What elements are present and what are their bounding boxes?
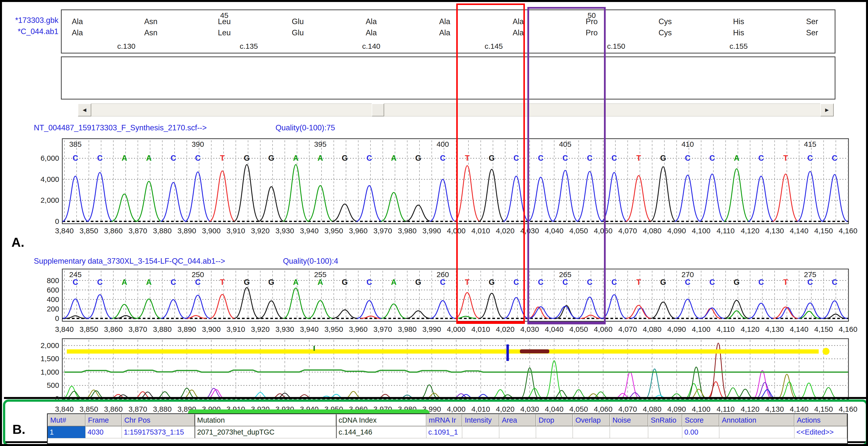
xaxis-tick-label: 4,140 [790, 325, 808, 333]
xaxis-tick-label: 4,100 [692, 405, 710, 413]
xaxis-tick-label: 4,150 [814, 405, 833, 413]
yaxis-tick-label: 4,000 [27, 175, 59, 184]
xaxis-tick-label: 4,080 [643, 405, 661, 413]
base-call-letter: G [415, 278, 421, 287]
scan-position-label: 255 [314, 270, 327, 278]
cdna-position-label: c.145 [485, 42, 503, 51]
table-cell[interactable]: 1:159175373_1:15 [122, 426, 195, 438]
table-header-drop[interactable]: Drop [536, 414, 573, 426]
chromatogram-b-quality: Quality(0-100):4 [283, 257, 338, 266]
table-cell[interactable]: 1 [48, 426, 86, 438]
base-call-letter: C [97, 278, 102, 287]
xaxis-tick-label: 3,980 [398, 227, 416, 235]
base-call-letter: A [293, 278, 298, 287]
table-header-actions[interactable]: Actions [795, 414, 847, 426]
xaxis-tick-label: 3,960 [349, 325, 368, 333]
yaxis-tick-label: 200 [27, 305, 59, 313]
xaxis-tick-label: 3,980 [398, 325, 416, 333]
table-header-snratio[interactable]: SnRatio [648, 414, 682, 426]
xaxis-tick-label: 4,020 [496, 405, 515, 413]
horizontal-scrollbar[interactable] [78, 103, 834, 116]
table-cell[interactable] [536, 426, 573, 438]
table-header-frame[interactable]: Frame [86, 414, 122, 426]
table-cell[interactable]: 0.00 [682, 426, 719, 438]
xaxis-tick-label: 3,860 [104, 325, 123, 333]
xaxis-tick-label: 4,100 [692, 325, 710, 333]
xaxis-tick-label: 4,050 [569, 325, 588, 333]
table-cell[interactable]: 4030 [86, 426, 122, 438]
xaxis-tick-label: 3,990 [423, 325, 441, 333]
table-cell[interactable]: c.144_146 [336, 426, 426, 438]
xaxis-tick-label: 3,890 [178, 325, 196, 333]
xaxis-tick-label: 4,090 [668, 325, 686, 333]
base-call-letter: C [758, 154, 764, 162]
reference-file-label[interactable]: *173303.gbk [5, 16, 58, 25]
reference-amino-acid: Pro [586, 17, 597, 26]
xaxis-tick-label: 3,920 [251, 227, 270, 235]
reference-amino-acid: Asn [144, 17, 157, 26]
table-header-area[interactable]: Area [499, 414, 536, 426]
table-cell[interactable] [648, 426, 682, 438]
scan-position-label: 260 [437, 270, 449, 278]
sample-amino-acid: Ala [72, 28, 83, 37]
reference-amino-acid: Ala [439, 17, 450, 26]
mutation-row[interactable]: 140301:159175373_1:152071_2073het_dupTGC… [48, 426, 847, 438]
base-call-letter: T [220, 154, 225, 162]
table-header-annotation[interactable]: Annotation [719, 414, 795, 426]
xaxis-tick-label: 3,840 [55, 227, 73, 235]
table-header-mut-[interactable]: Mut# [48, 414, 86, 426]
xaxis-tick-label: 4,150 [814, 325, 833, 333]
base-call-letter: C [538, 278, 543, 287]
table-cell[interactable]: 2071_2073het_dupTGC [195, 426, 336, 438]
table-header-mrna-ir[interactable]: mRNA Ir [426, 414, 462, 426]
table-header-noise[interactable]: Noise [610, 414, 648, 426]
sample-amino-acid: Ala [366, 28, 377, 37]
sample-file-label[interactable]: *C_044.ab1 [5, 27, 58, 36]
empty-alignment-panel [61, 56, 835, 99]
table-cell[interactable]: <<Edited>> [795, 426, 847, 438]
xaxis-tick-label: 3,930 [276, 227, 294, 235]
scan-position-label: 270 [682, 270, 694, 278]
xaxis-tick-label: 4,070 [618, 405, 637, 413]
xaxis-tick-label: 3,880 [153, 227, 172, 235]
difference-panel-traces [62, 338, 849, 401]
base-call-letter: T [783, 154, 788, 162]
scan-position-label: 400 [437, 140, 449, 148]
xaxis-tick-label: 4,160 [839, 405, 857, 413]
table-cell[interactable] [499, 426, 536, 438]
base-call-letter: C [611, 154, 617, 162]
scrollbar-right-arrow[interactable]: ► [820, 103, 834, 116]
table-cell[interactable]: c.1091_1 [426, 426, 462, 438]
sample-amino-acid: Pro [586, 28, 597, 37]
table-header-chr-pos[interactable]: Chr Pos [122, 414, 195, 426]
base-call-letter: C [685, 278, 690, 287]
table-cell[interactable] [719, 426, 795, 438]
scrollbar-left-arrow[interactable]: ◄ [78, 103, 91, 116]
xaxis-tick-label: 4,110 [717, 405, 735, 413]
scrollbar-thumb[interactable] [372, 103, 384, 116]
xaxis-tick-label: 3,910 [226, 227, 245, 235]
table-header-overlap[interactable]: Overlap [573, 414, 610, 426]
table-header-mutation[interactable]: Mutation [195, 414, 336, 426]
xaxis-tick-label: 4,100 [692, 227, 710, 235]
xaxis-tick-label: 3,840 [55, 405, 73, 413]
base-call-letter: C [685, 154, 690, 162]
scan-position-label: 275 [804, 270, 816, 278]
base-call-letter: C [97, 154, 102, 162]
table-cell[interactable] [573, 426, 610, 438]
xaxis-tick-label: 3,850 [80, 325, 98, 333]
chromatogram-a-xaxis: 3,8403,8503,8603,8703,8803,8903,9003,910… [62, 227, 849, 237]
table-header-intensity[interactable]: Intensity [462, 414, 499, 426]
base-call-letter: C [195, 278, 200, 287]
xaxis-tick-label: 3,970 [373, 227, 392, 235]
section-b-label: B. [12, 422, 25, 437]
table-cell[interactable] [610, 426, 648, 438]
xaxis-tick-label: 4,160 [839, 325, 857, 333]
sample-amino-acid: Ala [513, 28, 524, 37]
table-header-cdna-index[interactable]: cDNA Index [336, 414, 426, 426]
table-header-score[interactable]: Score [682, 414, 719, 426]
table-cell[interactable] [462, 426, 499, 438]
chromatogram-a-traces: 385390395400405410415CCAACCTGGAAGCAGCTGC… [62, 138, 849, 224]
scan-position-label: 390 [192, 140, 204, 148]
xaxis-tick-label: 4,060 [594, 405, 612, 413]
